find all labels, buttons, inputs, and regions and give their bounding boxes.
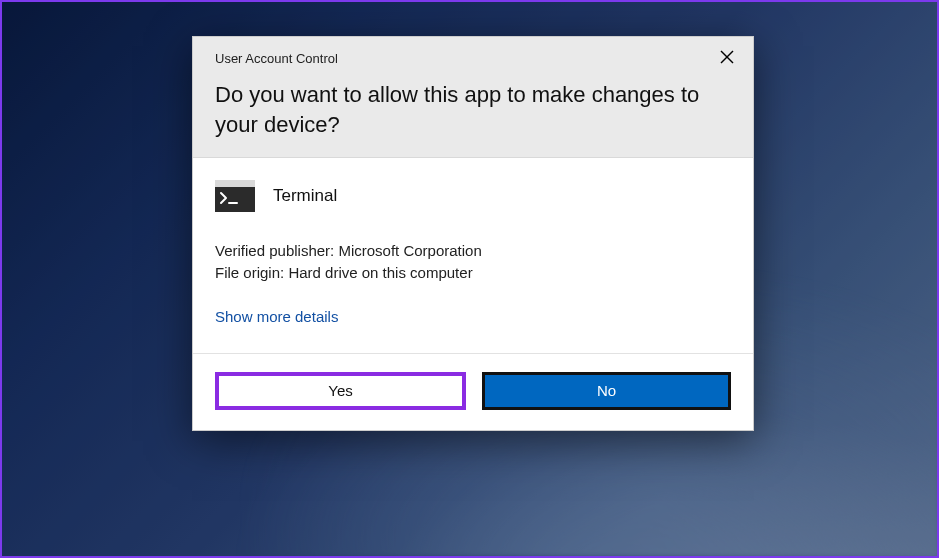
dialog-question: Do you want to allow this app to make ch…	[215, 80, 731, 139]
origin-value: Hard drive on this computer	[288, 264, 472, 281]
publisher-info: Verified publisher: Microsoft Corporatio…	[215, 240, 731, 284]
dialog-footer: Yes No	[193, 353, 753, 430]
publisher-label: Verified publisher:	[215, 242, 334, 259]
show-more-details-link[interactable]: Show more details	[215, 308, 338, 325]
verified-publisher-row: Verified publisher: Microsoft Corporatio…	[215, 240, 731, 262]
origin-label: File origin:	[215, 264, 284, 281]
app-row: Terminal	[215, 180, 731, 212]
terminal-icon	[215, 180, 255, 212]
publisher-value: Microsoft Corporation	[338, 242, 481, 259]
close-button[interactable]	[711, 45, 743, 69]
no-button[interactable]: No	[482, 372, 731, 410]
yes-button[interactable]: Yes	[215, 372, 466, 410]
file-origin-row: File origin: Hard drive on this computer	[215, 262, 731, 284]
dialog-header: User Account Control Do you want to allo…	[193, 37, 753, 158]
svg-rect-3	[215, 180, 255, 187]
dialog-body: Terminal Verified publisher: Microsoft C…	[193, 158, 753, 353]
uac-label: User Account Control	[215, 51, 731, 66]
app-name: Terminal	[273, 186, 337, 206]
uac-dialog: User Account Control Do you want to allo…	[192, 36, 754, 431]
close-icon	[720, 50, 734, 64]
